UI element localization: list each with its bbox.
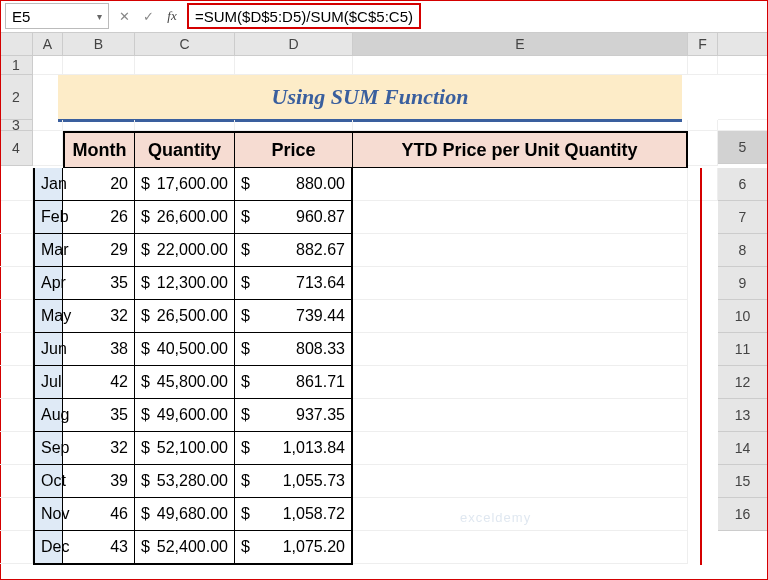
title-row: Using SUM Function [33, 75, 718, 119]
cell-ytd-12[interactable]: $937.35 [235, 399, 353, 432]
cell-month-Oct[interactable]: Oct [33, 465, 63, 498]
cell-ytd-7[interactable]: $882.67 [235, 234, 353, 267]
cell-month-Dec[interactable]: Dec [33, 531, 63, 565]
cell-ytd-14[interactable]: $1,055.73 [235, 465, 353, 498]
cell-month-Jan[interactable]: Jan [33, 168, 63, 201]
row-header-2[interactable]: 2 [0, 75, 33, 120]
cell-qty-8[interactable]: 35 [63, 267, 135, 300]
cell-ytd-9[interactable]: $739.44 [235, 300, 353, 333]
cell-month-Jun[interactable]: Jun [33, 333, 63, 366]
cell-price-13[interactable]: $52,100.00 [135, 432, 235, 465]
cancel-icon[interactable]: ✕ [115, 9, 133, 24]
cell-month-Sep[interactable]: Sep [33, 432, 63, 465]
cell-ytd-10[interactable]: $808.33 [235, 333, 353, 366]
cell-qty-11[interactable]: 42 [63, 366, 135, 399]
row-header-15[interactable]: 15 [718, 465, 768, 498]
cell-qty-10[interactable]: 38 [63, 333, 135, 366]
formula-text: =SUM($D$5:D5)/SUM($C$5:C5) [195, 8, 413, 25]
cell-price-16[interactable]: $52,400.00 [135, 531, 235, 565]
cell-qty-13[interactable]: 32 [63, 432, 135, 465]
row-header-10[interactable]: 10 [718, 300, 768, 333]
cell-ytd-5[interactable]: $880.00 [235, 168, 353, 201]
row-header-14[interactable]: 14 [718, 432, 768, 465]
cell-qty-5[interactable]: 20 [63, 168, 135, 201]
name-box-value: E5 [12, 8, 30, 25]
col-header-F[interactable]: F [688, 33, 718, 56]
cell-month-Apr[interactable]: Apr [33, 267, 63, 300]
header-month: Month [63, 131, 135, 168]
col-header-E[interactable]: E [353, 33, 688, 56]
cell-month-Mar[interactable]: Mar [33, 234, 63, 267]
row-header-5[interactable]: 5 [718, 131, 768, 164]
row-header-6[interactable]: 6 [718, 168, 768, 201]
row-header-4[interactable]: 4 [0, 131, 33, 166]
cell-price-8[interactable]: $12,300.00 [135, 267, 235, 300]
chevron-down-icon[interactable]: ▾ [97, 11, 102, 22]
cell-qty-6[interactable]: 26 [63, 201, 135, 234]
cell-qty-16[interactable]: 43 [63, 531, 135, 565]
cell-price-11[interactable]: $45,800.00 [135, 366, 235, 399]
cell-month-Jul[interactable]: Jul [33, 366, 63, 399]
cell-price-5[interactable]: $17,600.00 [135, 168, 235, 201]
cell-qty-14[interactable]: 39 [63, 465, 135, 498]
row-header-9[interactable]: 9 [718, 267, 768, 300]
col-header-blank[interactable] [718, 33, 768, 56]
cell-ytd-8[interactable]: $713.64 [235, 267, 353, 300]
cell-ytd-15[interactable]: $1,058.72 [235, 498, 353, 531]
row-header-12[interactable]: 12 [718, 366, 768, 399]
select-all-corner[interactable] [0, 33, 33, 56]
fx-icon[interactable]: fx [163, 8, 181, 24]
cell-ytd-6[interactable]: $960.87 [235, 201, 353, 234]
cell-ytd-16[interactable]: $1,075.20 [235, 531, 353, 565]
header-price: Price [235, 131, 353, 168]
annotation-arrow [688, 168, 718, 201]
row-header-16[interactable]: 16 [718, 498, 768, 531]
cell-price-10[interactable]: $40,500.00 [135, 333, 235, 366]
cell-price-14[interactable]: $53,280.00 [135, 465, 235, 498]
col-header-A[interactable]: A [33, 33, 63, 56]
cell-price-12[interactable]: $49,600.00 [135, 399, 235, 432]
name-box[interactable]: E5 ▾ [5, 3, 109, 29]
formula-bar: E5 ▾ ✕ ✓ fx =SUM($D$5:D5)/SUM($C$5:C5) [0, 0, 768, 33]
cell-month-Nov[interactable]: Nov [33, 498, 63, 531]
cell-ytd-11[interactable]: $861.71 [235, 366, 353, 399]
cell-month-Aug[interactable]: Aug [33, 399, 63, 432]
row-header-8[interactable]: 8 [718, 234, 768, 267]
cell-qty-9[interactable]: 32 [63, 300, 135, 333]
col-header-B[interactable]: B [63, 33, 135, 56]
page-title: Using SUM Function [58, 75, 682, 122]
row-header-13[interactable]: 13 [718, 399, 768, 432]
formula-input[interactable]: =SUM($D$5:D5)/SUM($C$5:C5) [187, 3, 421, 29]
cell-qty-15[interactable]: 46 [63, 498, 135, 531]
cell-price-6[interactable]: $26,600.00 [135, 201, 235, 234]
row-header-1[interactable]: 1 [0, 56, 33, 75]
spreadsheet-grid[interactable]: ABCDEF12Using SUM Function34MonthQuantit… [0, 33, 768, 565]
cell-price-15[interactable]: $49,680.00 [135, 498, 235, 531]
cell-month-May[interactable]: May [33, 300, 63, 333]
col-header-D[interactable]: D [235, 33, 353, 56]
header-quantity: Quantity [135, 131, 235, 168]
row-header-3[interactable]: 3 [0, 120, 33, 131]
cell-qty-12[interactable]: 35 [63, 399, 135, 432]
cell-price-7[interactable]: $22,000.00 [135, 234, 235, 267]
enter-icon[interactable]: ✓ [139, 9, 157, 24]
col-header-C[interactable]: C [135, 33, 235, 56]
cell-month-Feb[interactable]: Feb [33, 201, 63, 234]
cell-ytd-13[interactable]: $1,013.84 [235, 432, 353, 465]
cell-qty-7[interactable]: 29 [63, 234, 135, 267]
row-header-11[interactable]: 11 [718, 333, 768, 366]
header-ytd: YTD Price per Unit Quantity [353, 131, 688, 168]
cell-price-9[interactable]: $26,500.00 [135, 300, 235, 333]
row-header-7[interactable]: 7 [718, 201, 768, 234]
